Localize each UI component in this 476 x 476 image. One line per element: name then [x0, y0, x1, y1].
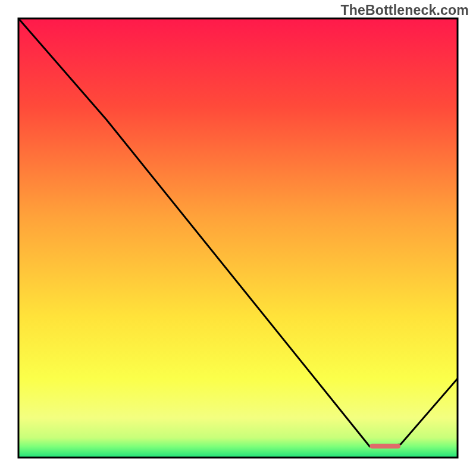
plot-gradient — [18, 18, 458, 458]
watermark-text: TheBottleneck.com — [340, 2, 469, 18]
optimal-range-marker — [369, 444, 400, 449]
bottleneck-chart — [0, 0, 476, 476]
chart-container: TheBottleneck.com — [0, 0, 476, 476]
